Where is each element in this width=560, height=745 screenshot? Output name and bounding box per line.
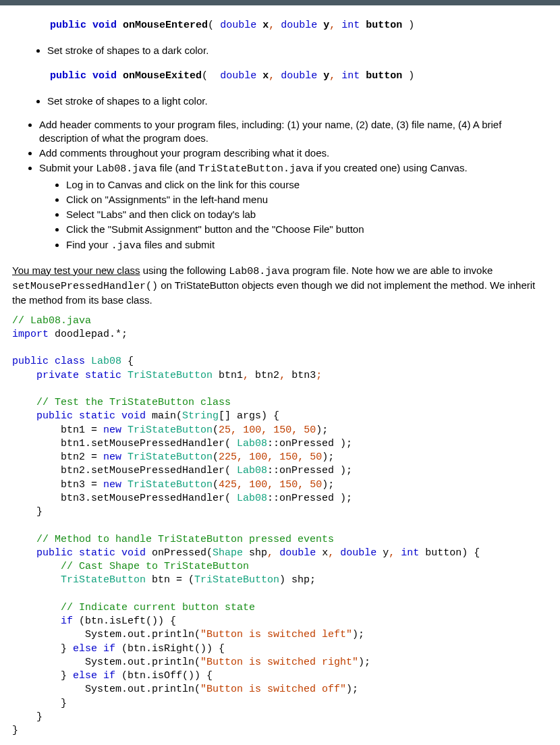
- method-name: onMouseExited: [123, 70, 202, 82]
- code-keyword: else: [73, 670, 97, 682]
- code-string: "Button is switched off": [200, 684, 346, 695]
- code-text: }: [12, 725, 18, 736]
- code-keyword: new: [103, 424, 121, 436]
- code-number: 225: [219, 451, 237, 463]
- code-class: TriStateButton: [121, 370, 213, 381]
- code-text: [304, 479, 310, 491]
- code-number: 50: [310, 451, 322, 463]
- method-name: onMouseEntered: [123, 20, 208, 31]
- code-text: (: [213, 424, 219, 436]
- code-text: onPressed: [146, 547, 206, 559]
- code-class: TriStateButton: [121, 479, 213, 491]
- param: x: [262, 70, 269, 82]
- code-text: [237, 424, 243, 436]
- code-text: }: [12, 506, 43, 518]
- code-text: {: [121, 356, 134, 367]
- code-inline: Lab08.java: [96, 163, 157, 175]
- code-keyword: import: [12, 329, 49, 340]
- list-item: Log in to Canvas and click on the link f…: [66, 178, 553, 192]
- code-class: TriStateButton: [121, 451, 213, 463]
- code-text: [298, 424, 304, 436]
- code-keyword: double: [334, 547, 376, 559]
- code-text: }: [12, 711, 43, 723]
- code-class: Lab08: [85, 356, 121, 367]
- type: double: [220, 20, 256, 31]
- list-item: Click on "Assignments" in the left-hand …: [66, 193, 553, 206]
- code-text: [243, 451, 249, 463]
- text: file (and: [157, 162, 198, 173]
- code-text: btn1: [213, 370, 243, 381]
- list-item: Add comments throughout your program des…: [39, 146, 553, 160]
- code-text: System.out.println(: [12, 657, 200, 668]
- code-keyword: new: [103, 451, 121, 463]
- code-number: 25: [219, 424, 231, 436]
- code-punct: ,: [267, 547, 273, 559]
- code-class: TriStateButton: [194, 574, 279, 586]
- code-punct: ;: [316, 370, 322, 381]
- code-text: System.out.println(: [12, 684, 200, 695]
- code-number: 150: [273, 424, 291, 436]
- text: using the following: [140, 265, 229, 276]
- code-comment: // Test the TriStateButton class: [12, 397, 231, 408]
- code-text: btn = (: [146, 574, 194, 586]
- code-punct: ,: [237, 479, 243, 491]
- document-body: public void onMouseEntered( double x, do…: [0, 5, 560, 745]
- code-punct: ,: [298, 451, 304, 463]
- code-keyword: private: [12, 370, 79, 381]
- code-text: y: [376, 547, 389, 559]
- param: y: [323, 70, 329, 82]
- param: button: [366, 20, 402, 31]
- code-text: btn3 =: [12, 479, 103, 491]
- code-number: 150: [279, 451, 298, 463]
- type: double: [220, 70, 256, 82]
- code-keyword: public: [12, 410, 73, 422]
- code-text: [267, 424, 273, 436]
- code-text: btn3: [285, 370, 316, 381]
- code-number: 100: [243, 424, 261, 436]
- code-text: (: [213, 451, 219, 463]
- paragraph: You may test your new class using the fo…: [12, 264, 548, 308]
- code-text: );: [358, 657, 370, 668]
- code-class: TriStateButton: [121, 424, 213, 436]
- code-text: );: [322, 451, 334, 463]
- code-number: 150: [279, 479, 298, 491]
- code-keyword: static: [73, 410, 115, 422]
- list-item: Click the "Submit Assignment" button and…: [66, 223, 553, 236]
- param: x: [262, 20, 269, 31]
- code-text: btn2 =: [12, 451, 103, 463]
- code-text: [243, 479, 249, 491]
- code-text: btn1 =: [12, 424, 103, 436]
- code-class: Lab08: [237, 438, 267, 449]
- code-text: }: [12, 670, 73, 682]
- window-topbar: [0, 0, 560, 5]
- method-signature-exited: public void onMouseExited( double x, dou…: [26, 59, 553, 93]
- code-text: [273, 451, 279, 463]
- code-punct: ,: [389, 547, 395, 559]
- code-number: 100: [249, 451, 267, 463]
- code-text: (: [213, 479, 219, 491]
- code-text: ::onPressed );: [267, 465, 352, 476]
- code-class: Lab08: [237, 493, 267, 504]
- code-keyword: int: [395, 547, 419, 559]
- code-comment: // Cast Shape to TriStateButton: [12, 561, 249, 572]
- code-text: btn2.setMousePressedHandler(: [12, 465, 237, 476]
- code-text: shp: [243, 547, 267, 559]
- code-number: 50: [310, 479, 322, 491]
- code-keyword: void: [115, 547, 146, 559]
- note-list: Set stroke of shapes to a light color.: [7, 94, 553, 108]
- code-text: (: [206, 547, 213, 559]
- code-text: x: [316, 547, 328, 559]
- code-text: main: [146, 410, 176, 422]
- type: double: [281, 70, 317, 82]
- keyword: void: [92, 70, 117, 82]
- comma: ,: [269, 70, 275, 82]
- paren: ): [408, 70, 414, 82]
- code-keyword: static: [73, 547, 115, 559]
- code-text: );: [316, 424, 328, 436]
- code-text: btn2: [249, 370, 279, 381]
- code-keyword: if: [97, 670, 115, 682]
- code-text: );: [352, 629, 364, 640]
- code-text: (btn.isRight()) {: [115, 643, 225, 655]
- code-text: (: [176, 410, 182, 422]
- code-punct: ,: [298, 479, 304, 491]
